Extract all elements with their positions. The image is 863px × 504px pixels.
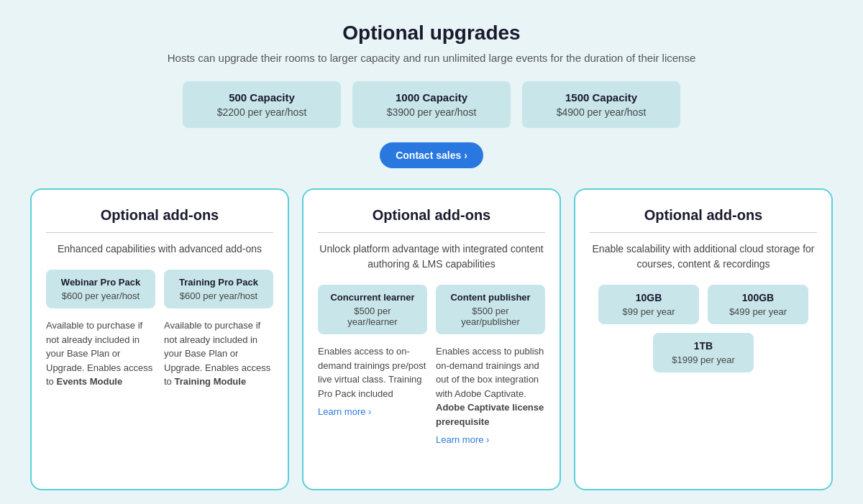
capacity-title: 500 Capacity [211, 91, 312, 104]
storage-tb-box: 1TB $1999 per year [653, 333, 754, 372]
page-subtitle: Hosts can upgrade their rooms to larger … [14, 52, 849, 64]
addon-items-row-0: Webinar Pro Pack $600 per year/host Trai… [46, 270, 273, 308]
storage-item-1: 100GB $499 per year [708, 285, 808, 324]
addon-item-box-1-1: Content publisher $500 per year/publishe… [436, 285, 545, 334]
capacity-title: 1500 Capacity [551, 91, 652, 104]
contact-btn-row: Contact sales › [14, 142, 849, 168]
addon-item-box-1-0: Concurrent learner $500 per year/learner [318, 285, 427, 334]
col-text: Enables access to on-demand trainings pr… [318, 346, 426, 399]
addon-card-0: Optional add-ons Enhanced capabilities w… [30, 188, 289, 490]
storage-item-name: 100GB [718, 292, 798, 303]
addon-body-cols-1: Enables access to on-demand trainings pr… [318, 344, 545, 447]
storage-tb-price: $1999 per year [663, 354, 744, 365]
addon-item-box-0-0: Webinar Pro Pack $600 per year/host [46, 270, 155, 308]
addon-item-box-0-1: Training Pro Pack $600 per year/host [164, 270, 273, 308]
addon-col-desc-0-1: Available to purchase if not already inc… [164, 319, 273, 389]
storage-tb-name: 1TB [663, 340, 744, 352]
capacity-card-1: 1000 Capacity $3900 per year/host [352, 81, 511, 128]
capacity-price: $4900 per year/host [551, 106, 652, 118]
storage-item-price: $499 per year [718, 306, 798, 317]
capacity-card-0: 500 Capacity $2200 per year/host [183, 81, 341, 128]
col-bold-text: Adobe Captivate license prerequisite [436, 402, 544, 427]
item-price: $600 per year/host [56, 290, 145, 301]
contact-sales-button[interactable]: Contact sales › [380, 142, 483, 168]
learn-more-link-1-1[interactable]: Learn more › [436, 433, 545, 447]
capacity-card-2: 1500 Capacity $4900 per year/host [522, 81, 680, 128]
storage-item-price: $99 per year [608, 306, 689, 317]
addon-col-desc-1-0: Enables access to on-demand trainings pr… [318, 344, 427, 447]
item-name: Concurrent learner [328, 292, 417, 303]
addon-col-desc-1-1: Enables access to publish on-demand trai… [436, 344, 545, 447]
addon-card-title-1: Optional add-ons [318, 207, 545, 233]
learn-more-link-1-0[interactable]: Learn more › [318, 405, 427, 419]
item-name: Content publisher [446, 292, 535, 303]
addon-card-desc-1: Unlock platform advantage with integrate… [318, 242, 545, 272]
item-name: Training Pro Pack [174, 277, 263, 288]
capacity-title: 1000 Capacity [381, 91, 482, 104]
addon-card-2: Optional add-ons Enable scalability with… [574, 188, 833, 490]
storage-item-0: 10GB $99 per year [598, 285, 699, 324]
col-bold-text: Training Module [174, 376, 246, 387]
addon-cards-row: Optional add-ons Enhanced capabilities w… [14, 188, 849, 490]
addon-card-desc-2: Enable scalability with additional cloud… [590, 242, 817, 272]
capacity-row: 500 Capacity $2200 per year/host 1000 Ca… [14, 81, 849, 128]
addon-items-row-1: Concurrent learner $500 per year/learner… [318, 285, 545, 334]
col-text: Enables access to publish on-demand trai… [436, 346, 544, 399]
addon-body-cols-0: Available to purchase if not already inc… [46, 319, 273, 389]
col-bold-text: Events Module [56, 376, 122, 387]
addon-card-desc-0: Enhanced capabilities with advanced add-… [46, 242, 273, 257]
item-price: $600 per year/host [174, 290, 263, 301]
storage-row: 10GB $99 per year 100GB $499 per year [590, 285, 817, 324]
capacity-price: $3900 per year/host [381, 106, 482, 118]
addon-card-title-2: Optional add-ons [590, 207, 817, 233]
addon-card-title-0: Optional add-ons [46, 207, 273, 233]
addon-card-1: Optional add-ons Unlock platform advanta… [302, 188, 561, 490]
item-price: $500 per year/publisher [446, 306, 535, 327]
page-title: Optional upgrades [14, 22, 849, 45]
item-name: Webinar Pro Pack [56, 277, 145, 288]
capacity-price: $2200 per year/host [211, 106, 312, 118]
item-price: $500 per year/learner [328, 306, 417, 327]
addon-col-desc-0-0: Available to purchase if not already inc… [46, 319, 155, 389]
storage-item-name: 10GB [608, 292, 689, 303]
